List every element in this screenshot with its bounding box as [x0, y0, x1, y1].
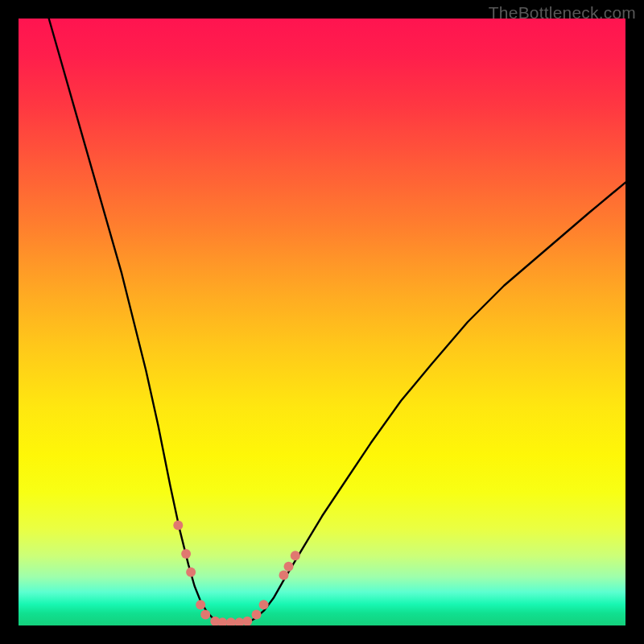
- data-point-marker: [181, 549, 191, 559]
- data-point-marker: [173, 521, 183, 530]
- data-point-marker: [242, 617, 252, 625]
- data-point-marker: [226, 617, 236, 625]
- data-point-marker: [200, 609, 210, 619]
- watermark-text: TheBottleneck.com: [489, 3, 636, 23]
- data-point-marker: [279, 570, 289, 580]
- chart-svg: [19, 19, 625, 625]
- data-point-marker: [196, 600, 205, 609]
- data-point-marker: [186, 568, 196, 577]
- bottleneck-curve: [49, 19, 625, 622]
- data-point-marker: [259, 600, 269, 609]
- data-point-marker: [291, 551, 300, 560]
- outer-frame: TheBottleneck.com: [0, 0, 644, 644]
- data-point-marker: [284, 562, 294, 572]
- plot-area: [19, 19, 625, 625]
- data-point-marker: [252, 609, 262, 619]
